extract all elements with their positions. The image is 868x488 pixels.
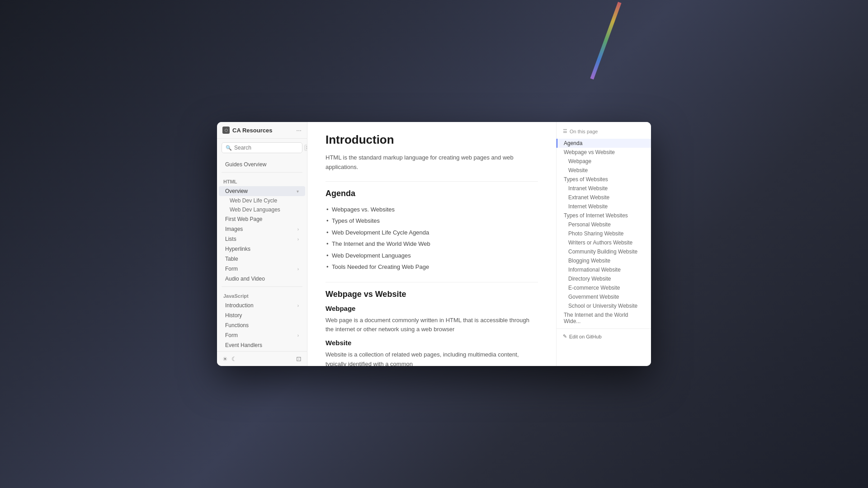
sidebar-more-button[interactable]: ··· xyxy=(296,127,302,134)
toc-list-icon: ☰ xyxy=(563,128,567,134)
agenda-list: Webpages vs. Websites Types of Websites … xyxy=(326,204,538,273)
toc-item-school-university[interactable]: School or University Website xyxy=(557,301,651,310)
toc-item-personal-website[interactable]: Personal Website xyxy=(557,220,651,229)
edit-on-github-text: Edit on GitHub xyxy=(569,334,602,339)
chevron-down-icon: ▾ xyxy=(297,189,299,194)
sidebar-header: ⬡ CA Resources ··· xyxy=(217,122,307,139)
agenda-item-1: Webpages vs. Websites xyxy=(326,204,538,216)
search-icon: 🔍 xyxy=(226,145,232,151)
nav-item-images[interactable]: Images › xyxy=(219,224,305,234)
toc-item-website[interactable]: Website xyxy=(557,166,651,175)
toc-item-community-building[interactable]: Community Building Website xyxy=(557,247,651,256)
agenda-item-2: Types of Websites xyxy=(326,215,538,227)
sidebar-title-row: ⬡ CA Resources xyxy=(222,127,272,134)
toc-item-types-internet-websites[interactable]: Types of Internet Websites xyxy=(557,211,651,220)
nav-item-js-event-handlers[interactable]: Event Handlers xyxy=(219,340,305,350)
theme-dark-icon[interactable]: ☾ xyxy=(231,356,237,362)
nav-item-audio-video[interactable]: Audio and Video xyxy=(219,274,305,284)
website-subtitle: Website xyxy=(326,339,538,347)
toc-items: Agenda Webpage vs Website Webpage Websit… xyxy=(557,139,651,326)
webpage-text: Web page is a document commonly written … xyxy=(326,316,538,335)
nav-divider-2 xyxy=(222,286,302,287)
app-window: ⬡ CA Resources ··· 🔍 ⌘ K Guides Overview… xyxy=(217,122,651,366)
toc-item-writers-authors[interactable]: Writers or Authors Website xyxy=(557,238,651,247)
toc-item-webpage-vs-website[interactable]: Webpage vs Website xyxy=(557,148,651,157)
nav-item-form[interactable]: Form › xyxy=(219,264,305,274)
nav-item-js-history[interactable]: History xyxy=(219,310,305,320)
toc-item-internet-website[interactable]: Internet Website xyxy=(557,202,651,211)
nav-guides-overview[interactable]: Guides Overview xyxy=(219,160,305,169)
search-shortcut: ⌘ K xyxy=(304,145,307,151)
search-input[interactable] xyxy=(234,145,302,151)
sidebar-nav: Guides Overview HTML Overview ▾ Web Dev … xyxy=(217,157,307,351)
nav-item-lists[interactable]: Lists › xyxy=(219,234,305,244)
theme-light-icon[interactable]: ☀ xyxy=(222,356,228,362)
footer-icons: ☀ ☾ xyxy=(222,356,237,362)
agenda-item-5: Web Development Languages xyxy=(326,250,538,262)
sidebar-logo-icon: ⬡ xyxy=(222,127,230,134)
nav-item-web-dev-languages[interactable]: Web Dev Languages xyxy=(219,205,305,214)
toc-item-types-of-websites[interactable]: Types of Websites xyxy=(557,175,651,184)
toc-item-government[interactable]: Government Website xyxy=(557,292,651,301)
sidebar: ⬡ CA Resources ··· 🔍 ⌘ K Guides Overview… xyxy=(217,122,307,366)
nav-section-html: HTML xyxy=(217,175,307,186)
nav-item-js-functions[interactable]: Functions xyxy=(219,320,305,330)
agenda-item-3: Web Development Life Cycle Agenda xyxy=(326,227,538,239)
toc-item-informational[interactable]: Informational Website xyxy=(557,265,651,274)
toc-item-agenda[interactable]: Agenda xyxy=(557,139,651,148)
intro-paragraph: HTML is the standard markup language for… xyxy=(326,153,538,172)
shortcut-cmd: ⌘ xyxy=(304,145,307,151)
main-content: Introduction HTML is the standard markup… xyxy=(307,122,556,366)
chevron-right-icon-2: › xyxy=(297,237,299,242)
agenda-section-title: Agenda xyxy=(326,189,538,198)
nav-section-js: JavaScript xyxy=(217,290,307,300)
toc-item-blogging[interactable]: Blogging Website xyxy=(557,256,651,265)
agenda-item-6: Tools Needed for Creating Web Page xyxy=(326,261,538,273)
page-title: Introduction xyxy=(326,133,538,147)
nav-item-first-web-page[interactable]: First Web Page xyxy=(219,214,305,224)
toc-item-photo-sharing[interactable]: Photo Sharing Website xyxy=(557,229,651,238)
nav-item-js-introduction[interactable]: Introduction › xyxy=(219,300,305,310)
webpage-vs-website-title: Webpage vs Website xyxy=(326,290,538,299)
toc-header: ☰ On this page xyxy=(557,128,651,139)
chevron-right-icon-5: › xyxy=(297,333,299,338)
toc-item-ecommerce[interactable]: E-commerce Website xyxy=(557,283,651,292)
divider-2 xyxy=(326,282,538,282)
chevron-right-icon-4: › xyxy=(297,303,299,308)
nav-item-web-dev-life-cycle[interactable]: Web Dev Life Cycle xyxy=(219,196,305,205)
agenda-item-4: The Internet and the World Wide Web xyxy=(326,238,538,250)
toc-panel: ☰ On this page Agenda Webpage vs Website… xyxy=(556,122,651,366)
website-text: Website is a collection of related web p… xyxy=(326,350,538,366)
search-box[interactable]: 🔍 ⌘ K xyxy=(222,142,302,153)
nav-item-overview[interactable]: Overview ▾ xyxy=(219,186,305,196)
nav-item-table[interactable]: Table xyxy=(219,254,305,264)
divider-1 xyxy=(326,181,538,182)
toc-item-webpage[interactable]: Webpage xyxy=(557,157,651,166)
toc-item-extranet[interactable]: Extranet Website xyxy=(557,193,651,202)
toc-item-directory[interactable]: Directory Website xyxy=(557,274,651,283)
nav-item-hyperlinks[interactable]: Hyperlinks xyxy=(219,244,305,254)
edit-icon: ✎ xyxy=(563,333,567,339)
layout-toggle-icon[interactable]: ⊡ xyxy=(296,355,302,362)
toc-header-text: On this page xyxy=(570,129,598,134)
chevron-right-icon: › xyxy=(297,227,299,232)
chevron-right-icon-3: › xyxy=(297,267,299,272)
toc-item-internet-www[interactable]: The Internet and the World Wide... xyxy=(557,310,651,326)
sidebar-footer: ☀ ☾ ⊡ xyxy=(217,351,307,366)
nav-item-js-form[interactable]: Form › xyxy=(219,330,305,340)
webpage-subtitle: Webpage xyxy=(326,305,538,312)
toc-item-intranet[interactable]: Intranet Website xyxy=(557,184,651,193)
nav-divider-1 xyxy=(222,172,302,173)
sidebar-title-text: CA Resources xyxy=(232,127,272,134)
edit-on-github-link[interactable]: ✎ Edit on GitHub xyxy=(557,328,651,339)
